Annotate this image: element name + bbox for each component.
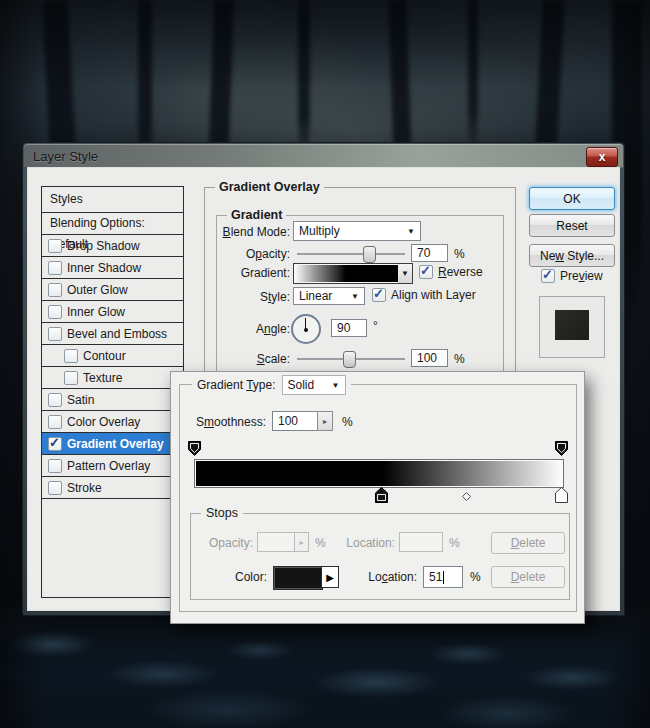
scale-slider[interactable] bbox=[297, 358, 405, 360]
opacity-slider[interactable] bbox=[297, 253, 405, 255]
checkbox-satin[interactable] bbox=[48, 393, 62, 407]
sidebar-header[interactable]: Styles bbox=[42, 187, 183, 213]
scale-input[interactable]: 100 bbox=[411, 349, 448, 367]
scale-value: 100 bbox=[417, 351, 437, 365]
style-dropdown[interactable]: Linear ▼ bbox=[293, 287, 365, 305]
opacity-label: Opacity: bbox=[178, 247, 290, 261]
delete-opacity-stop-button: Delete bbox=[491, 532, 565, 554]
stop-color-flyout-button[interactable]: ▶ bbox=[321, 566, 339, 588]
sidebar-item-inner-glow[interactable]: Inner Glow bbox=[42, 301, 183, 323]
opacity-stop-right[interactable] bbox=[555, 441, 568, 456]
reverse-checkbox[interactable] bbox=[419, 265, 433, 279]
gradient-picker-button[interactable]: ▼ bbox=[398, 263, 413, 284]
align-with-layer-label: Align with Layer bbox=[391, 288, 476, 302]
preview-checkbox[interactable] bbox=[541, 269, 555, 283]
delete-color-stop-button: Delete bbox=[491, 566, 565, 588]
checkbox-outer-glow[interactable] bbox=[48, 283, 62, 297]
angle-label: Angle: bbox=[178, 322, 290, 336]
stop-location-input[interactable]: 51 bbox=[423, 566, 463, 588]
sidebar-item-texture[interactable]: Texture bbox=[42, 367, 183, 389]
checkbox-pattern-overlay[interactable] bbox=[48, 459, 62, 473]
chevron-down-icon: ▼ bbox=[332, 381, 340, 390]
new-style-button[interactable]: New Style... bbox=[529, 244, 615, 267]
sidebar-item-label: Pattern Overlay bbox=[67, 459, 150, 473]
gradient-overlay-group-title: Gradient Overlay bbox=[215, 180, 324, 194]
smoothness-flyout-button[interactable]: ▸ bbox=[317, 411, 333, 431]
checkbox-inner-shadow[interactable] bbox=[48, 261, 62, 275]
opacity-stop-left[interactable] bbox=[188, 441, 201, 456]
chevron-down-icon: ▼ bbox=[401, 269, 409, 278]
ok-button[interactable]: OK bbox=[529, 187, 615, 210]
sidebar-item-blending-options[interactable]: Blending Options: Default bbox=[42, 213, 183, 235]
gradient-label: Gradient: bbox=[178, 266, 290, 280]
ok-label: OK bbox=[563, 192, 580, 206]
opacity-unit: % bbox=[454, 247, 470, 261]
align-with-layer-checkbox[interactable] bbox=[372, 288, 386, 302]
sidebar-item-outer-glow[interactable]: Outer Glow bbox=[42, 279, 183, 301]
sidebar-item-contour[interactable]: Contour bbox=[42, 345, 183, 367]
opacity-slider-thumb[interactable] bbox=[363, 246, 376, 263]
opacity-value: 70 bbox=[417, 246, 430, 260]
align-with-layer-option[interactable]: Align with Layer bbox=[372, 288, 476, 302]
sidebar-item-bevel-emboss[interactable]: Bevel and Emboss bbox=[42, 323, 183, 345]
stop-opacity-location-label: Location: bbox=[339, 536, 395, 550]
style-value: Linear bbox=[299, 289, 332, 303]
sidebar-item-gradient-overlay[interactable]: Gradient Overlay bbox=[42, 433, 183, 455]
sidebar-item-stroke[interactable]: Stroke bbox=[42, 477, 183, 499]
sidebar-item-inner-shadow[interactable]: Inner Shadow bbox=[42, 257, 183, 279]
reverse-option[interactable]: Reverse bbox=[419, 265, 483, 279]
stops-group-title: Stops bbox=[201, 506, 243, 520]
preview-option[interactable]: Preview bbox=[541, 269, 603, 283]
checkbox-inner-glow[interactable] bbox=[48, 305, 62, 319]
checkbox-contour[interactable] bbox=[64, 349, 78, 363]
opacity-input[interactable]: 70 bbox=[411, 244, 448, 262]
gradient-type-label: Gradient Type: bbox=[197, 378, 276, 392]
smoothness-label: Smoothness: bbox=[188, 415, 266, 429]
blend-mode-dropdown[interactable]: Multiply ▼ bbox=[293, 221, 421, 241]
close-button[interactable]: x bbox=[586, 147, 618, 167]
reverse-label: Reverse bbox=[438, 265, 483, 279]
stop-opacity-flyout-button: ▸ bbox=[294, 532, 309, 552]
checkbox-stroke[interactable] bbox=[48, 481, 62, 495]
stop-color-swatch[interactable] bbox=[273, 566, 323, 590]
sidebar-item-label: Drop Shadow bbox=[67, 239, 140, 253]
smoothness-value: 100 bbox=[278, 414, 298, 428]
sidebar-item-color-overlay[interactable]: Color Overlay bbox=[42, 411, 183, 433]
flyout-arrow-icon: ▸ bbox=[323, 417, 327, 426]
angle-hub bbox=[304, 328, 308, 332]
checkbox-color-overlay[interactable] bbox=[48, 415, 62, 429]
gradient-strip[interactable] bbox=[194, 459, 564, 488]
sidebar-item-satin[interactable]: Satin bbox=[42, 389, 183, 411]
gradient-editor-panel: Gradient Type: Solid ▼ Smoothness: 100 ▸… bbox=[170, 371, 585, 624]
dialog-title: Layer Style bbox=[33, 149, 98, 164]
preview-label: Preview bbox=[560, 269, 603, 283]
gradient-type-group: Gradient Type: Solid ▼ Smoothness: 100 ▸… bbox=[179, 384, 577, 612]
checkbox-bevel-emboss[interactable] bbox=[48, 327, 62, 341]
gradient-type-dropdown[interactable]: Solid ▼ bbox=[282, 375, 346, 395]
stop-opacity-unit: % bbox=[315, 536, 331, 550]
blend-mode-label: Blend Mode: bbox=[178, 225, 290, 239]
angle-input[interactable]: 90 bbox=[331, 319, 367, 337]
sidebar-item-label: Texture bbox=[83, 371, 122, 385]
midpoint-diamond[interactable] bbox=[462, 492, 471, 501]
sidebar-item-label: Bevel and Emboss bbox=[67, 327, 167, 341]
stop-opacity-input bbox=[257, 532, 295, 552]
stop-opacity-location-input bbox=[399, 532, 443, 552]
color-stop-black-selected[interactable] bbox=[375, 487, 388, 503]
reset-label: Reset bbox=[556, 219, 587, 233]
checkbox-drop-shadow[interactable] bbox=[48, 239, 62, 253]
checkbox-texture[interactable] bbox=[64, 371, 78, 385]
dialog-titlebar[interactable]: Layer Style x bbox=[24, 144, 623, 168]
sidebar-item-label: Outer Glow bbox=[67, 283, 128, 297]
sidebar-item-label: Contour bbox=[83, 349, 126, 363]
color-stop-white[interactable] bbox=[555, 487, 568, 503]
checkbox-gradient-overlay[interactable] bbox=[48, 437, 62, 451]
sidebar-item-label: Inner Shadow bbox=[67, 261, 141, 275]
smoothness-input[interactable]: 100 bbox=[272, 411, 318, 431]
reset-button[interactable]: Reset bbox=[529, 214, 615, 237]
style-label: Style: bbox=[178, 290, 290, 304]
angle-dial[interactable] bbox=[291, 314, 321, 344]
sidebar-item-pattern-overlay[interactable]: Pattern Overlay bbox=[42, 455, 183, 477]
scale-slider-thumb[interactable] bbox=[343, 351, 356, 368]
gradient-preview-well[interactable] bbox=[293, 263, 400, 284]
